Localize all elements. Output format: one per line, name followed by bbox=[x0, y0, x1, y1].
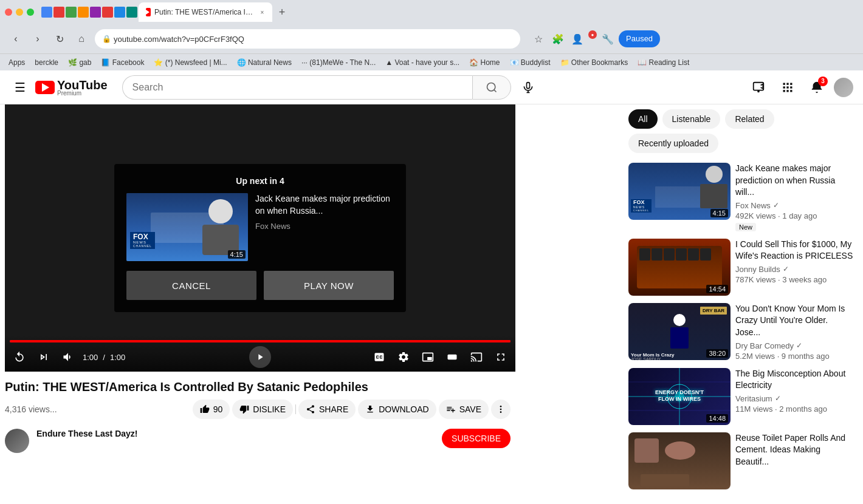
paused-button[interactable]: Paused bbox=[619, 30, 660, 47]
grid-icon bbox=[782, 81, 794, 94]
total-time: 1:00 bbox=[110, 353, 125, 362]
bookmark-apps[interactable]: Apps bbox=[5, 57, 29, 68]
recommendations-panel: All Listenable Related Recently uploaded bbox=[619, 104, 863, 504]
rec-item-drybar[interactable]: DRY BAR Your Mom Is Crazy JOSE SARDUY 38… bbox=[628, 303, 853, 361]
rec-item-fox-russia[interactable]: FOX NEWS CHANNEL 4:15 Jack Keane makes m… bbox=[628, 163, 853, 231]
filter-recently-uploaded[interactable]: Recently uploaded bbox=[628, 134, 718, 153]
share-button[interactable]: SHARE bbox=[298, 400, 356, 419]
new-tab-button[interactable]: + bbox=[273, 4, 291, 21]
bookmark-voat[interactable]: ▲ Voat - have your s... bbox=[382, 57, 463, 68]
maximize-traffic-light[interactable] bbox=[27, 9, 34, 16]
rec-thumb-toilet bbox=[628, 432, 731, 489]
profile-icon[interactable]: 👤 bbox=[569, 30, 586, 47]
premium-label: Premium bbox=[57, 90, 108, 97]
current-time: 1:00 bbox=[83, 353, 98, 362]
svg-rect-6 bbox=[790, 83, 792, 84]
download-button[interactable]: DOWNLOAD bbox=[358, 400, 436, 419]
play-now-button[interactable]: PLAY NOW bbox=[264, 271, 394, 300]
bookmark-facebook[interactable]: 📘 Facebook bbox=[97, 57, 148, 68]
extension-icon[interactable]: 🧩 bbox=[549, 30, 566, 47]
search-button[interactable] bbox=[472, 75, 511, 100]
bookmark-newsfeed[interactable]: ⭐ (*) Newsfeed | Mi... bbox=[150, 57, 230, 68]
craft-item1 bbox=[634, 438, 659, 463]
rec-item-jonny[interactable]: 14:54 I Could Sell This for $1000, My Wi… bbox=[628, 239, 853, 296]
cast-button[interactable] bbox=[467, 347, 486, 367]
mold-cell bbox=[700, 248, 711, 261]
subscribe-button[interactable]: SUBSCRIBE bbox=[442, 429, 511, 448]
forward-button[interactable]: › bbox=[29, 30, 46, 47]
filter-all[interactable]: All bbox=[628, 109, 658, 129]
miniplayer-button[interactable] bbox=[418, 347, 438, 367]
replay-button[interactable] bbox=[10, 347, 29, 367]
cc-icon bbox=[373, 351, 385, 363]
filter-related[interactable]: Related bbox=[725, 109, 774, 129]
fullscreen-button[interactable] bbox=[491, 347, 511, 367]
notifications-button[interactable]: 3 bbox=[805, 75, 829, 100]
address-bar: ‹ › ↻ ⌂ 🔒 youtube.com/watch?v=p0CFcrF3fQ… bbox=[0, 24, 863, 53]
url-input[interactable]: 🔒 youtube.com/watch?v=p0CFcrF3fQQ bbox=[95, 29, 520, 49]
save-label: SAVE bbox=[459, 404, 481, 414]
browser-chrome: Putin: THE WEST/America Is Controlled By… bbox=[0, 0, 863, 53]
minimize-traffic-light[interactable] bbox=[16, 9, 23, 16]
back-button[interactable]: ‹ bbox=[7, 30, 24, 47]
skip-next-button[interactable] bbox=[34, 347, 53, 367]
like-count: 90 bbox=[213, 404, 223, 414]
bookmark-reading-list[interactable]: 📖 Reading List bbox=[634, 57, 693, 68]
close-traffic-light[interactable] bbox=[5, 9, 12, 16]
youtube-logo[interactable]: YouTube Premium bbox=[35, 78, 108, 97]
video-title: Putin: THE WEST/America Is Controlled By… bbox=[5, 379, 511, 395]
cancel-button[interactable]: CANCEL bbox=[126, 271, 256, 300]
like-button[interactable]: 90 bbox=[193, 400, 230, 419]
bookmark-home[interactable]: 🏠 Home bbox=[466, 57, 503, 68]
search-input[interactable] bbox=[122, 75, 472, 100]
video-player[interactable]: Up next in 4 bbox=[5, 104, 515, 372]
home-button[interactable]: ⌂ bbox=[73, 30, 90, 47]
bookmark-star[interactable]: ☆ bbox=[530, 30, 547, 47]
thumbs-down-icon bbox=[239, 404, 249, 414]
main-content: Up next in 4 bbox=[0, 104, 863, 504]
mic-icon bbox=[522, 81, 534, 94]
rec-info-jonny: I Could Sell This for $1000, My Wife's R… bbox=[735, 239, 853, 296]
user-avatar[interactable] bbox=[834, 78, 853, 97]
svg-rect-4 bbox=[783, 83, 785, 84]
active-tab[interactable]: Putin: THE WEST/America Is Controlled By… bbox=[139, 2, 272, 22]
bookmark-other[interactable]: 📁 Other Bookmarks bbox=[557, 57, 632, 68]
playlist-add-icon bbox=[446, 404, 456, 414]
mold-cell bbox=[639, 248, 650, 261]
rec-info-veritasium: The Big Misconception About Electricity … bbox=[735, 368, 853, 425]
time-separator: / bbox=[103, 353, 105, 362]
bookmark-natural-news[interactable]: 🌐 Natural News bbox=[233, 57, 295, 68]
rec-item-toilet[interactable]: Reuse Toilet Paper Rolls And Cement. Ide… bbox=[628, 432, 853, 489]
tab-close-button[interactable]: × bbox=[260, 7, 265, 17]
channel-section: Endure These Last Dayz! SUBSCRIBE bbox=[5, 429, 511, 453]
bookmark-mewe[interactable]: ··· (81)MeWe - The N... bbox=[298, 57, 379, 68]
settings-button[interactable] bbox=[394, 347, 413, 367]
apps-button[interactable] bbox=[775, 75, 800, 100]
extensions-btn[interactable]: 🔧 bbox=[599, 30, 616, 47]
rec-item-veritasium[interactable]: ENERGY DOESN'TFLOW IN WIRES 14:48 The Bi… bbox=[628, 368, 853, 425]
video-controls: 1:00 / 1:00 bbox=[5, 335, 515, 372]
bookmark-gab[interactable]: 🌿 gab bbox=[64, 57, 95, 68]
bookmark-berckle[interactable]: berckle bbox=[31, 57, 62, 68]
filter-listenable[interactable]: Listenable bbox=[662, 109, 721, 129]
comedian-name-text: JOSE SARDUY bbox=[631, 357, 661, 360]
action-buttons: 90 DISLIKE SHARE DOWNL bbox=[193, 400, 511, 419]
hamburger-menu[interactable]: ☰ bbox=[10, 75, 30, 100]
bookmark-buddylist[interactable]: 📧 Buddylist bbox=[506, 57, 554, 68]
theater-mode-button[interactable] bbox=[442, 347, 462, 367]
more-actions-button[interactable] bbox=[491, 400, 511, 419]
captions-button[interactable] bbox=[370, 347, 389, 367]
play-pause-toggle[interactable] bbox=[249, 346, 271, 368]
upnext-countdown-label: Up next in 4 bbox=[126, 176, 394, 186]
microphone-button[interactable] bbox=[516, 75, 540, 100]
save-button[interactable]: SAVE bbox=[439, 400, 489, 419]
mold-cell bbox=[676, 248, 687, 261]
create-video-button[interactable] bbox=[746, 75, 771, 100]
traffic-lights bbox=[5, 9, 34, 16]
volume-button[interactable] bbox=[58, 347, 78, 367]
progress-bar[interactable] bbox=[10, 340, 511, 342]
dislike-button[interactable]: DISLIKE bbox=[232, 400, 293, 419]
rec-channel-jonny: Jonny Builds ✓ bbox=[735, 265, 853, 274]
volume-icon bbox=[62, 351, 74, 363]
refresh-button[interactable]: ↻ bbox=[51, 30, 68, 47]
